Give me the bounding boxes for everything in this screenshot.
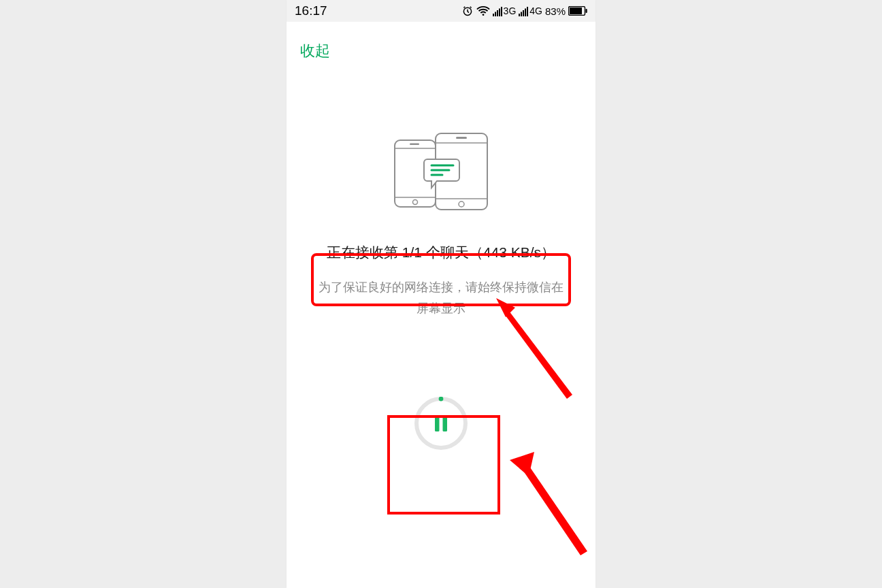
svg-rect-30 [443, 415, 448, 431]
battery-icon [568, 6, 587, 16]
hint-text: 为了保证良好的网络连接，请始终保持微信在屏幕显示 [314, 277, 568, 318]
svg-rect-6 [519, 14, 520, 16]
chat-migration-illustration [287, 131, 595, 212]
svg-rect-21 [410, 144, 419, 146]
status-time: 16:17 [295, 3, 327, 18]
svg-rect-5 [501, 7, 502, 16]
svg-marker-34 [523, 466, 587, 555]
alarm-icon [461, 5, 474, 17]
svg-rect-2 [495, 12, 496, 17]
svg-rect-29 [435, 415, 440, 431]
svg-rect-12 [570, 7, 582, 14]
signal-4g-icon: 4G [519, 5, 542, 16]
svg-rect-16 [456, 137, 467, 139]
collapse-button[interactable]: 收起 [287, 22, 344, 68]
status-bar: 16:17 [287, 0, 595, 22]
svg-rect-10 [527, 7, 528, 16]
svg-point-27 [416, 399, 466, 448]
svg-rect-7 [521, 12, 522, 17]
pause-icon [414, 397, 468, 450]
svg-rect-3 [497, 10, 498, 16]
svg-rect-9 [525, 9, 526, 17]
svg-rect-4 [499, 9, 500, 17]
battery-percent: 83% [545, 5, 566, 17]
transfer-progress-text: 正在接收第 1/1 个聊天（443 KB/s） [287, 240, 595, 265]
svg-marker-32 [506, 311, 572, 399]
svg-rect-8 [523, 10, 524, 16]
signal-3g-icon: 3G [493, 5, 517, 16]
svg-rect-1 [493, 14, 494, 16]
svg-marker-33 [510, 452, 534, 476]
pause-button[interactable] [414, 397, 468, 450]
svg-rect-13 [586, 9, 587, 13]
status-indicators: 3G 4G 83% [461, 5, 587, 17]
phone-screen: 16:17 [287, 0, 595, 588]
wifi-icon [476, 5, 490, 16]
annotation-arrow-2 [504, 442, 600, 558]
